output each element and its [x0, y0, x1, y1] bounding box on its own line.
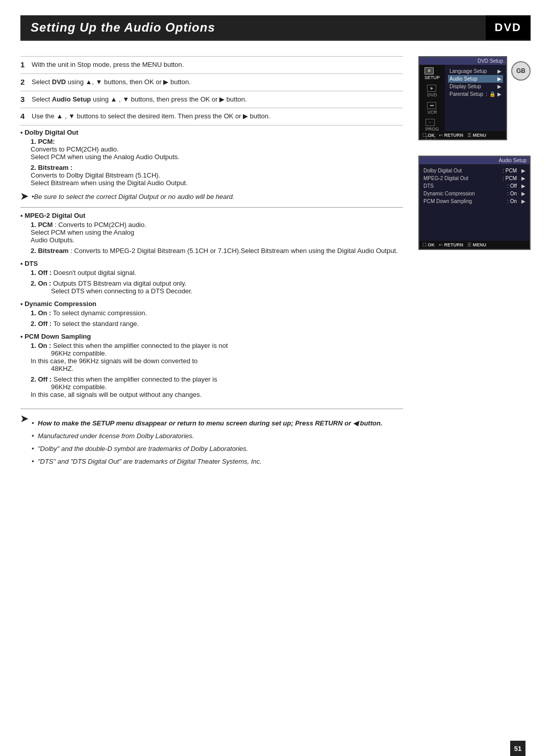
audio-dolby-arrow: ▶: [521, 168, 525, 173]
audio-dts-value: Off: [510, 183, 517, 189]
vcr-icon: ▬: [427, 102, 436, 109]
note-text-1: •Be sure to select the correct Digital O…: [32, 192, 235, 202]
audio-pcm-row: PCM Down Sampling : On ▶: [421, 197, 528, 205]
audio-dolby-colon: :: [503, 168, 504, 173]
audio-setup-screen: Audio Setup Dolby Digital Out : PCM ▶ MP…: [418, 156, 531, 250]
step-2-text: Select DVD using ▲, ▼ buttons, then OK o…: [32, 77, 403, 88]
footer-return: ↩ RETURN: [439, 133, 463, 138]
audio-pcm-arrow: ▶: [521, 198, 525, 204]
mpeg-sub1-line3: Audio Outputs.: [31, 236, 74, 244]
gb-badge: GB: [511, 61, 531, 81]
mpeg-sub1: 1. PCM : Converts to PCM(2CH) audio. Sel…: [31, 221, 403, 244]
dolby-sub2-title: 2. Bitstream :: [31, 164, 72, 171]
menu-parental-arrow: ▶: [497, 91, 502, 97]
page-container: Setting Up the Audio Options DVD 1 With …: [0, 15, 551, 756]
mpeg-sub2: 2. Bitstream : Converts to MPEG-2 Digita…: [31, 247, 403, 255]
menu-language-arrow: ▶: [497, 68, 502, 74]
note-arrow-1: ➤: [20, 191, 29, 202]
bottom-bullet-2: Manufactured under license from Dolby La…: [32, 431, 383, 442]
dvd-icon: ▶: [427, 85, 436, 92]
dvd-screen-menu: Language Setup ▶ Audio Setup ▶ Display S…: [445, 65, 506, 131]
bottom-bullet-4: "DTS" and "DTS Digital Out" are trademar…: [32, 457, 383, 467]
dynamic-title: Dynamic Compression: [20, 300, 403, 308]
audio-footer-menu: ☰ MENU: [467, 242, 486, 247]
steps-area: 1 With the unit in Stop mode, press the …: [20, 56, 403, 125]
header: Setting Up the Audio Options DVD: [20, 15, 531, 41]
step-3: 3 Select Audio Setup using ▲ , ▼ buttons…: [20, 91, 403, 109]
menu-audio-arrow: ▶: [497, 76, 502, 82]
audio-dts-value-group: : Off ▶: [507, 183, 525, 189]
dts-title: DTS: [20, 260, 403, 267]
pcm-sub2-line3: In this case, all signals will be output…: [31, 391, 202, 398]
dts-sub1-title: 1. Off :: [31, 269, 52, 276]
dvd-screen-title: DVD Setup: [419, 57, 506, 65]
pcm-sub1: 1. On : Select this when the amplifier c…: [31, 342, 403, 372]
audio-pcm-value: On: [510, 198, 517, 204]
step-2: 2 Select DVD using ▲, ▼ buttons, then OK…: [20, 74, 403, 91]
audio-pcm-label: PCM Down Sampling: [423, 198, 472, 204]
audio-dolby-value: PCM: [506, 168, 517, 173]
menu-parental-setup: Parental Setup : 🔒 ▶: [448, 90, 503, 98]
step-1: 1 With the unit in Stop mode, press the …: [20, 56, 403, 74]
pcm-sub1-line4: 48KHZ.: [51, 365, 73, 372]
audio-dolby-value-group: : PCM ▶: [503, 168, 525, 173]
footer-menu: ☰ MENU: [467, 133, 486, 138]
audio-mpeg-colon: :: [503, 175, 504, 181]
note-1: ➤ •Be sure to select the correct Digital…: [20, 192, 403, 202]
step-1-number: 1: [20, 60, 32, 70]
audio-dynamic-arrow: ▶: [521, 191, 525, 196]
menu-display-setup: Display Setup ▶: [448, 83, 503, 90]
dts-sub1: 1. Off : Doesn't output digital signal.: [31, 269, 403, 276]
dvd-screen-sidebar: ⚙ SETUP ▶ DVD ▬ VCR: [419, 65, 445, 131]
sidebar-setup: ⚙ SETUP: [424, 67, 440, 81]
dts-section: DTS 1. Off : Doesn't output digital sign…: [20, 260, 403, 295]
bottom-note-content: How to make the SETUP menu disappear or …: [32, 414, 383, 469]
sidebar-prog: ○ PROG: [425, 119, 439, 132]
audio-dts-colon: :: [507, 183, 509, 189]
dolby-sub1-line2: Select PCM when using the Analog Audio O…: [31, 153, 180, 161]
divider-1: [20, 207, 403, 208]
bottom-bullet-list: How to make the SETUP menu disappear or …: [32, 418, 383, 467]
audio-mpeg-label: MPEG-2 Digital Out: [423, 175, 468, 181]
pcm-section: PCM Down Sampling 1. On : Select this wh…: [20, 333, 403, 398]
menu-parental-label: Parental Setup: [449, 91, 483, 97]
sidebar-vcr: ▬ VCR: [427, 102, 437, 115]
dolby-sub2-line1: Converts to Dolby Digital Bitstream (5.1…: [31, 171, 160, 179]
dvd-badge: DVD: [486, 15, 531, 40]
audio-dts-row: DTS : Off ▶: [421, 182, 528, 190]
audio-screen-footer: ☐ OK ↩ RETURN ☰ MENU: [419, 241, 530, 249]
pcm-sub1-title: 1. On :: [31, 342, 51, 349]
dolby-sub1-line1: Converts to PCM(2CH) audio.: [31, 145, 119, 153]
bottom-note-arrow-1: ➤: [20, 413, 29, 424]
pcm-sub1-line3: In this case, the 96KHz signals will be …: [31, 357, 197, 365]
mpeg-sub1-title: 1. PCM: [31, 221, 53, 229]
dynamic-sub1-title: 1. On :: [31, 309, 51, 317]
audio-dolby-row: Dolby Digital Out : PCM ▶: [421, 167, 528, 174]
audio-dts-label: DTS: [423, 183, 434, 189]
dolby-section: Dolby Digital Out 1. PCM: Converts to PC…: [20, 129, 403, 187]
sidebar-dvd-label: DVD: [427, 92, 437, 97]
sidebar-vcr-label: VCR: [427, 110, 437, 115]
lock-icon: 🔒: [489, 91, 495, 97]
dts-sub2: 2. On : Outputs DTS Bitstream via digita…: [31, 280, 403, 295]
step-3-text: Select Audio Setup using ▲ , ▼ buttons, …: [32, 94, 403, 105]
pcm-sub2-title: 2. Off :: [31, 375, 52, 383]
right-column: DVD Setup ⚙ SETUP ▶ DVD: [418, 56, 531, 474]
setup-icon: ⚙: [424, 67, 434, 74]
audio-footer-ok: ☐ OK: [422, 242, 435, 247]
mpeg-sub2-title: 2. Bitstream: [31, 247, 68, 255]
audio-dynamic-value-group: : On ▶: [507, 191, 525, 196]
step-2-number: 2: [20, 78, 32, 88]
step-4-number: 4: [20, 112, 32, 122]
audio-screen-body: Dolby Digital Out : PCM ▶ MPEG-2 Digital…: [419, 164, 530, 241]
audio-dynamic-colon: :: [507, 191, 509, 196]
dolby-sub1-title: 1. PCM:: [31, 138, 55, 145]
dolby-sub2: 2. Bitstream : Converts to Dolby Digital…: [31, 164, 403, 187]
dynamic-sub2: 2. Off : To select the standard range.: [31, 320, 403, 327]
dvd-screen-body: ⚙ SETUP ▶ DVD ▬ VCR: [419, 65, 506, 131]
prog-icon: ○: [425, 119, 435, 126]
page-title: Setting Up the Audio Options: [31, 20, 475, 35]
mpeg-sub1-line2: Select PCM when using the Analog: [31, 229, 134, 236]
step-1-text: With the unit in Stop mode, press the ME…: [32, 60, 403, 70]
audio-mpeg-arrow: ▶: [521, 175, 525, 181]
